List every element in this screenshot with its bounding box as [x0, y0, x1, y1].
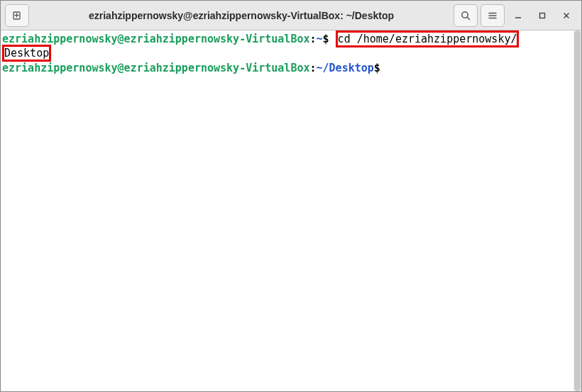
hamburger-icon: [487, 10, 498, 21]
titlebar-right-controls: [454, 4, 577, 27]
terminal-content[interactable]: ezriahzippernowsky@ezriahzippernowsky-Vi…: [1, 30, 581, 77]
new-tab-icon: [11, 10, 23, 21]
highlighted-command-part1: cd /home/ezriahzippernowsky/: [336, 30, 520, 47]
prompt-dollar: $: [323, 33, 329, 45]
prompt-path: ~: [317, 33, 323, 45]
close-button[interactable]: [556, 5, 577, 26]
new-tab-button[interactable]: [5, 4, 29, 27]
prompt-userhost: ezriahzippernowsky@ezriahzippernowsky-Vi…: [2, 62, 309, 74]
terminal-line-1: ezriahzippernowsky@ezriahzippernowsky-Vi…: [2, 32, 580, 46]
maximize-button[interactable]: [532, 5, 553, 26]
highlighted-command-part2: Desktop: [2, 45, 51, 62]
menu-button[interactable]: [481, 4, 505, 27]
scrollbar-thumb[interactable]: [574, 30, 581, 391]
scrollbar[interactable]: [573, 30, 581, 391]
titlebar-left-controls: [5, 4, 29, 27]
space: [329, 33, 336, 45]
svg-line-2: [467, 17, 469, 19]
prompt-dollar: $: [374, 62, 380, 74]
search-icon: [460, 10, 471, 21]
close-icon: [561, 11, 571, 21]
terminal-line-2: ezriahzippernowsky@ezriahzippernowsky-Vi…: [2, 61, 580, 75]
prompt-separator: :: [309, 33, 316, 45]
minimize-icon: [513, 11, 523, 21]
svg-rect-7: [540, 13, 545, 18]
prompt-path: ~/Desktop: [317, 62, 374, 74]
window-title: ezriahzippernowsky@ezriahzippernowsky-Vi…: [33, 10, 449, 21]
maximize-icon: [537, 11, 547, 21]
window-titlebar: ezriahzippernowsky@ezriahzippernowsky-Vi…: [1, 1, 581, 30]
prompt-separator: :: [309, 62, 316, 74]
prompt-userhost: ezriahzippernowsky@ezriahzippernowsky-Vi…: [2, 33, 309, 45]
minimize-button[interactable]: [507, 5, 529, 26]
terminal-line-1b: Desktop: [2, 46, 580, 60]
search-button[interactable]: [454, 4, 478, 27]
